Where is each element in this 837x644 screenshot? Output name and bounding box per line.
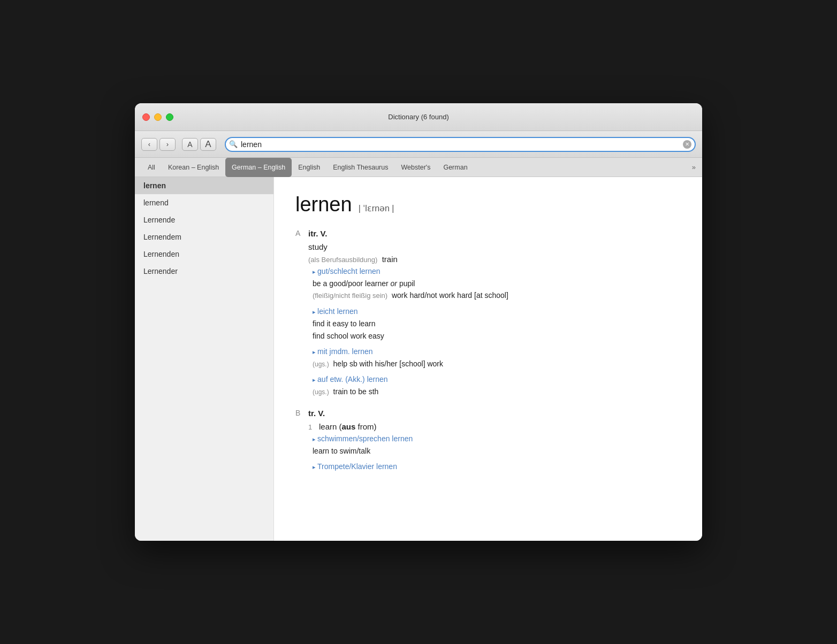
section-b-letter: B — [295, 409, 304, 417]
sidebar-item-lernen[interactable]: lernen — [135, 177, 273, 194]
toolbar: ‹ › A A 🔍 ✕ — [135, 131, 702, 158]
main-content: lernen | ˈlɛrnən | A itr. V. study (als … — [274, 177, 702, 541]
tab-english-thesaurus[interactable]: English Thesaurus — [326, 158, 394, 177]
sense-a-sub: (als Berufsausbildung) train — [308, 255, 681, 264]
window-title: Dictionary (6 found) — [388, 113, 448, 121]
phrase-gut-schlecht-t1: be a good/poor learner or pupil — [313, 278, 681, 289]
sidebar-item-lernender[interactable]: Lernender — [135, 263, 273, 280]
phrase-gut-schlecht-t2: (fleißig/nicht fleißig sein) work hard/n… — [313, 289, 681, 302]
font-increase-button[interactable]: A — [200, 138, 216, 151]
sense-b-main: learn (aus from) — [319, 422, 377, 431]
traffic-lights — [142, 113, 173, 121]
sense-block-a: study (als Berufsausbildung) train gut/s… — [308, 242, 681, 398]
sidebar-item-lernenden[interactable]: Lernenden — [135, 246, 273, 263]
sidebar-item-lernend[interactable]: lernend — [135, 194, 273, 211]
font-decrease-button[interactable]: A — [182, 138, 198, 151]
section-a: A itr. V. study (als Berufsausbildung) t… — [295, 229, 681, 398]
phrase-schwimmen-t1: learn to swim/talk — [313, 445, 681, 457]
phrase-gut-schlecht-label: gut/schlecht lernen — [313, 267, 681, 275]
tab-all[interactable]: All — [141, 158, 162, 177]
forward-icon: › — [166, 140, 169, 148]
titlebar: Dictionary (6 found) — [135, 103, 702, 131]
back-button[interactable]: ‹ — [141, 138, 157, 151]
phrase-trompete-label: Trompete/Klavier lernen — [313, 462, 681, 471]
sidebar-item-lernende[interactable]: Lernende — [135, 211, 273, 228]
section-a-label: A itr. V. — [295, 229, 681, 238]
phrase-trompete: Trompete/Klavier lernen — [313, 462, 681, 471]
tab-german[interactable]: German — [437, 158, 474, 177]
phrase-leicht: leicht lernen find it easy to learn find… — [313, 307, 681, 342]
tabs-more-button[interactable]: » — [692, 163, 696, 171]
section-b-type: tr. V. — [308, 409, 325, 418]
phrase-schwimmen-label: schwimmen/sprechen lernen — [313, 434, 681, 443]
phrase-mit-jmdm-label: mit jmdm. lernen — [313, 347, 681, 356]
content-area: lernen lernend Lernende Lernendem Lernen… — [135, 177, 702, 541]
search-clear-button[interactable]: ✕ — [683, 140, 691, 149]
search-input[interactable] — [225, 137, 696, 152]
sense-b-num: 1 — [308, 423, 317, 431]
phrase-auf-etw-t1: (ugs.) train to be sth — [313, 386, 681, 397]
phrase-leicht-t2: find school work easy — [313, 330, 681, 342]
sidebar-item-lernendem[interactable]: Lernendem — [135, 228, 273, 246]
back-icon: ‹ — [148, 140, 150, 148]
sense-b-row: 1 learn (aus from) — [308, 422, 681, 434]
tabs-bar: All Korean – English German – English En… — [135, 158, 702, 177]
phrase-leicht-t1: find it easy to learn — [313, 318, 681, 329]
entry-word: lernen — [295, 193, 352, 216]
font-size-controls: A A — [182, 138, 216, 151]
entry-phonetic: | ˈlɛrnən | — [359, 203, 394, 213]
minimize-button[interactable] — [154, 113, 162, 121]
entry-header: lernen | ˈlɛrnən | — [295, 193, 681, 216]
phrase-leicht-label: leicht lernen — [313, 307, 681, 316]
sense-a-main: study — [308, 242, 681, 251]
phrase-mit-jmdm-t1: (ugs.) help sb with his/her [school] wor… — [313, 358, 681, 370]
maximize-button[interactable] — [166, 113, 173, 121]
forward-button[interactable]: › — [159, 138, 176, 151]
section-a-letter: A — [295, 229, 304, 237]
phrase-mit-jmdm: mit jmdm. lernen (ugs.) help sb with his… — [313, 347, 681, 370]
phrase-auf-etw-label: auf etw. (Akk.) lernen — [313, 375, 681, 384]
tab-german-english[interactable]: German – English — [225, 158, 292, 177]
close-button[interactable] — [142, 113, 150, 121]
phrase-schwimmen: schwimmen/sprechen lernen learn to swim/… — [313, 434, 681, 457]
sidebar: lernen lernend Lernende Lernendem Lernen… — [135, 177, 274, 541]
sense-block-b: 1 learn (aus from) schwimmen/sprechen le… — [308, 422, 681, 471]
phrase-gut-schlecht: gut/schlecht lernen be a good/poor learn… — [313, 267, 681, 302]
tab-korean-english[interactable]: Korean – English — [162, 158, 225, 177]
search-icon: 🔍 — [229, 140, 238, 148]
app-window: Dictionary (6 found) ‹ › A A 🔍 ✕ — [135, 103, 702, 541]
section-b: B tr. V. 1 learn (aus from) schwimmen/sp… — [295, 409, 681, 471]
section-b-label: B tr. V. — [295, 409, 681, 418]
tab-websters[interactable]: Webster's — [394, 158, 437, 177]
tab-english[interactable]: English — [292, 158, 326, 177]
nav-buttons: ‹ › — [141, 138, 176, 151]
phrase-auf-etw: auf etw. (Akk.) lernen (ugs.) train to b… — [313, 375, 681, 397]
search-container: 🔍 ✕ — [225, 137, 696, 152]
section-a-type: itr. V. — [308, 229, 327, 238]
